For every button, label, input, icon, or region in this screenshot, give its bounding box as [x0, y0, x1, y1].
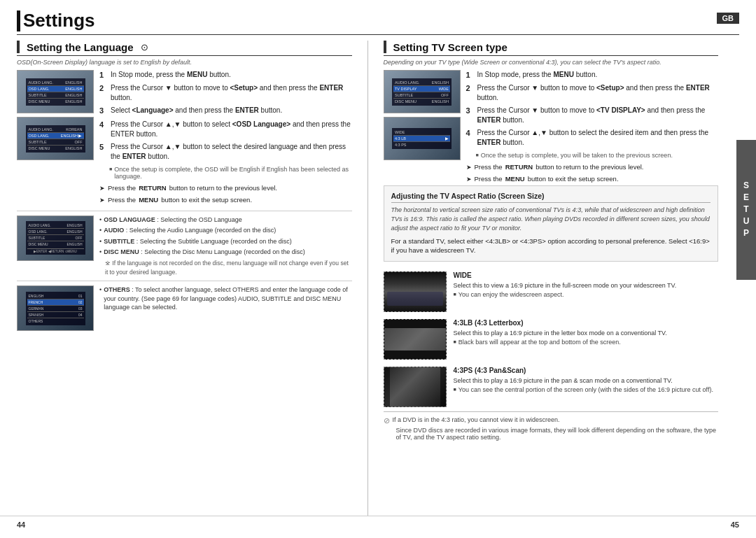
right-step-1: 1 In Stop mode, press the MENU button. — [466, 70, 719, 80]
right-arrow-return: Press the RETURN button to return to the… — [466, 163, 719, 171]
wide-note: You can enjoy the widescreen aspect. — [454, 291, 719, 298]
left-screen-thumb-3: AUDIO LANG.ENGLISH OSD LANG.ENGLISH SUBT… — [17, 215, 94, 261]
right-section-header: Setting TV Screen type — [384, 41, 719, 56]
right-column: Setting TV Screen type Depending on your… — [384, 41, 740, 516]
setup-side-label: SETUP — [736, 140, 756, 280]
wide-info: WIDE Select this to view a 16:9 picture … — [454, 271, 719, 299]
letterbox-desc: Select this to play a 16:9 picture in th… — [454, 329, 719, 338]
right-thumbs-group: AUDIO LANG.ENGLISH TV DISPLAYWIDE SUBTIT… — [384, 70, 461, 183]
right-steps-list: 1 In Stop mode, press the MENU button. 2… — [466, 70, 719, 183]
page-footer: 44 45 — [0, 516, 756, 535]
arrow-return: Press the RETURN button to return to the… — [99, 184, 352, 192]
wide-name: WIDE — [454, 271, 719, 279]
left-mid-divider — [17, 211, 352, 211]
letterbox-name: 4:3LB (4:3 Letterbox) — [454, 319, 719, 327]
right-step-3: 3 Press the Cursor ▼ button to move to <… — [466, 106, 719, 125]
option-wide: WIDE Select this to view a 16:9 picture … — [384, 271, 719, 312]
right-note-italic: Depending on your TV type (Wide Screen o… — [384, 59, 719, 66]
left-screen-thumb-2: AUDIO LANG.KOREAN OSD LANG.ENGLISH ▶ SUB… — [17, 117, 94, 160]
panscan-info: 4:3PS (4:3 Pan&Scan) Select this to play… — [454, 367, 719, 394]
setup-note: Once the setup is complete, the OSD will… — [109, 166, 352, 180]
left-section-header: Setting the Language ⊙ — [17, 41, 352, 56]
left-column: Setting the Language ⊙ OSD(On-Screen Dis… — [17, 41, 352, 516]
panscan-desc: Select this to play a 16:9 picture in th… — [454, 376, 719, 385]
section-bar-right — [384, 41, 386, 53]
step-5: 5 Press the Cursor ▲,▼ button to select … — [99, 142, 352, 162]
right-screen-thumb-2: WIDE 4:3 LB▶ 4:3 PS — [384, 117, 461, 160]
panscan-name: 4:3PS (4:3 Pan&Scan) — [454, 367, 719, 374]
right-arrow-menu: Press the MENU button to exit the setup … — [466, 175, 719, 183]
step-4: 4 Press the Cursor ▲,▼ button to select … — [99, 120, 352, 139]
section-bar-left — [17, 41, 20, 53]
step-2: 2 Press the Cursor ▼ button to move to <… — [99, 83, 352, 103]
left-others-section: ENGLISH01 FRENCH02 GERMAN03 SPANISH04 OT… — [17, 285, 352, 331]
right-section-title: Setting TV Screen type — [393, 41, 507, 53]
bottom-notes: ⊘ If a DVD is in the 4:3 ratio, you cann… — [384, 411, 719, 442]
standard-note: For a standard TV, select either <4:3LB>… — [391, 236, 711, 255]
left-bullets-text: •OSD LANGUAGE : Selecting the OSD Langua… — [99, 215, 352, 277]
page-num-right: 45 — [731, 521, 739, 529]
bottom-note-1: ⊘ If a DVD is in the 4:3 ratio, you cann… — [384, 416, 719, 425]
right-screen-thumb-1: AUDIO LANG.ENGLISH TV DISPLAYWIDE SUBTIT… — [384, 70, 461, 113]
left-bullets-section: AUDIO LANG.ENGLISH OSD LANG.ENGLISH SUBT… — [17, 215, 352, 277]
adjusting-text: The horizontal to vertical screen size r… — [391, 206, 711, 232]
step-3: 3 Select <Language> and then press the E… — [99, 106, 352, 116]
adjusting-title: Adjusting the TV Aspect Ratio (Screen Si… — [391, 192, 711, 203]
wide-thumb — [384, 271, 447, 312]
left-thumbs-group: AUDIO LANG.ENGLISH OSD LANG.ENGLISH SUBT… — [17, 70, 94, 204]
title-divider — [17, 34, 739, 35]
note-icon-1: ⊘ — [384, 416, 390, 425]
left-screen-thumb-1: AUDIO LANG.ENGLISH OSD LANG.ENGLISH SUBT… — [17, 70, 94, 113]
panscan-note: You can see the central portion of the s… — [454, 386, 719, 393]
option-panscan: 4:3PS (4:3 Pan&Scan) Select this to play… — [384, 367, 719, 407]
letterbox-thumb — [384, 319, 447, 360]
letterbox-info: 4:3LB (4:3 Letterbox) Select this to pla… — [454, 319, 719, 346]
letterbox-note: Black bars will appear at the top and bo… — [454, 339, 719, 346]
wide-desc: Select this to view a 16:9 picture in th… — [454, 281, 719, 290]
left-bottom-divider — [17, 281, 352, 281]
left-section-title: Setting the Language — [27, 41, 134, 53]
page-num-left: 44 — [17, 521, 25, 529]
panscan-thumb — [384, 367, 447, 407]
screen-options: WIDE Select this to view a 16:9 picture … — [384, 271, 719, 407]
right-step-2: 2 Press the Cursor ▼ button to move to <… — [466, 83, 719, 103]
step-1: 1 In Stop mode, press the MENU button. — [99, 70, 352, 80]
left-screen-thumb-4: ENGLISH01 FRENCH02 GERMAN03 SPANISH04 OT… — [17, 285, 94, 331]
left-note-italic: OSD(On-Screen Display) language is set t… — [17, 59, 352, 66]
left-others-text: •OTHERS : To select another language, se… — [99, 285, 352, 331]
right-step-4: 4 Press the Cursor ▲,▼ button to select … — [466, 128, 719, 148]
bottom-note-2: Since DVD discs are recorded in various … — [384, 427, 719, 441]
column-divider — [368, 41, 368, 516]
title-bar-decoration — [17, 10, 20, 31]
gb-badge: GB — [717, 13, 740, 24]
left-steps-list: 1 In Stop mode, press the MENU button. 2… — [99, 70, 352, 204]
language-icon: ⊙ — [141, 42, 148, 52]
arrow-menu: Press the MENU button to exit the setup … — [99, 196, 352, 204]
page-title: Settings — [23, 10, 95, 31]
option-letterbox: 4:3LB (4:3 Letterbox) Select this to pla… — [384, 319, 719, 360]
adjusting-box: Adjusting the TV Aspect Ratio (Screen Si… — [384, 185, 719, 261]
right-setup-note: Once the setup is complete, you will be … — [476, 152, 719, 159]
